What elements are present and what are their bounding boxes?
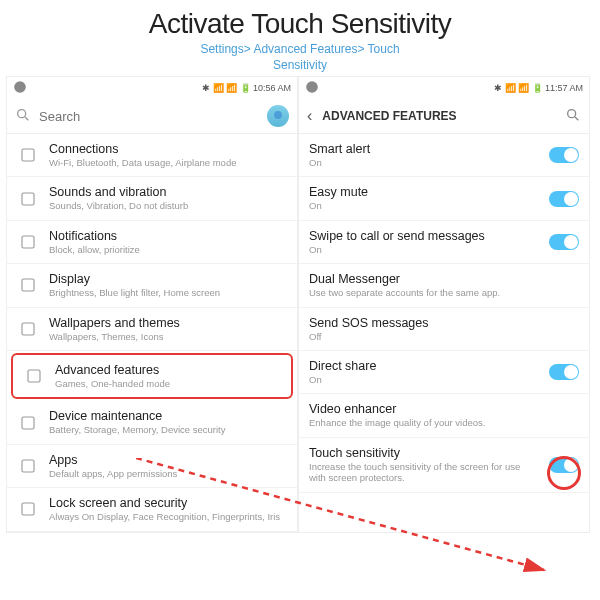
toggle-switch[interactable] <box>549 147 579 163</box>
row-title: Notifications <box>49 229 287 243</box>
profile-avatar[interactable] <box>267 105 289 127</box>
row-labels: Dual Messenger Use two separate accounts… <box>309 272 579 298</box>
row-subtitle: Wi-Fi, Bluetooth, Data usage, Airplane m… <box>49 157 287 168</box>
row-title: Smart alert <box>309 142 539 156</box>
row-labels: Easy mute On <box>309 185 539 211</box>
svg-point-12 <box>306 81 318 93</box>
toggle-switch[interactable] <box>549 364 579 380</box>
toggle-switch[interactable] <box>549 234 579 250</box>
row-icon <box>17 146 39 164</box>
settings-row-apps[interactable]: Apps Default apps, App permissions <box>7 445 297 488</box>
row-subtitle: On <box>309 157 539 168</box>
row-subtitle: Battery, Storage, Memory, Device securit… <box>49 424 287 435</box>
search-icon <box>15 107 31 125</box>
feature-row-dual-messenger[interactable]: Dual Messenger Use two separate accounts… <box>299 264 589 307</box>
svg-point-0 <box>14 81 26 93</box>
settings-row-notifications[interactable]: Notifications Block, allow, prioritize <box>7 221 297 264</box>
toggle-switch[interactable] <box>549 191 579 207</box>
row-labels: Display Brightness, Blue light filter, H… <box>49 272 287 298</box>
row-subtitle: Sounds, Vibration, Do not disturb <box>49 200 287 211</box>
row-subtitle: Games, One-handed mode <box>55 378 281 389</box>
row-subtitle: Default apps, App permissions <box>49 468 287 479</box>
svg-rect-7 <box>22 323 34 335</box>
feature-row-video-enhancer[interactable]: Video enhancer Enhance the image quality… <box>299 394 589 437</box>
settings-row-connections[interactable]: Connections Wi-Fi, Bluetooth, Data usage… <box>7 134 297 177</box>
row-subtitle: Use two separate accounts for the same a… <box>309 287 579 298</box>
settings-row-device-maintenance[interactable]: Device maintenance Battery, Storage, Mem… <box>7 401 297 444</box>
row-subtitle: Always On Display, Face Recognition, Fin… <box>49 511 287 522</box>
reddit-icon <box>305 80 319 96</box>
screen-header: ‹ ADVANCED FEATURES <box>299 99 589 134</box>
row-labels: Smart alert On <box>309 142 539 168</box>
svg-rect-4 <box>22 193 34 205</box>
row-title: Device maintenance <box>49 409 287 423</box>
row-labels: Connections Wi-Fi, Bluetooth, Data usage… <box>49 142 287 168</box>
row-subtitle: Enhance the image quality of your videos… <box>309 417 579 428</box>
settings-row-sounds-and-vibration[interactable]: Sounds and vibration Sounds, Vibration, … <box>7 177 297 220</box>
breadcrumb-1: Settings> Advanced Features> Touch <box>0 42 600 56</box>
row-title: Swipe to call or send messages <box>309 229 539 243</box>
row-labels: Video enhancer Enhance the image quality… <box>309 402 579 428</box>
row-title: Advanced features <box>55 363 281 377</box>
reddit-icon <box>13 80 27 96</box>
status-bar: ✱ 📶 📶 🔋 10:56 AM <box>7 77 297 99</box>
svg-rect-10 <box>22 460 34 472</box>
row-title: Touch sensitivity <box>309 446 539 460</box>
feature-row-swipe-to-call-or-send-messages[interactable]: Swipe to call or send messages On <box>299 221 589 264</box>
row-title: Connections <box>49 142 287 156</box>
row-icon <box>17 276 39 294</box>
svg-rect-5 <box>22 236 34 248</box>
row-title: Sounds and vibration <box>49 185 287 199</box>
row-labels: Notifications Block, allow, prioritize <box>49 229 287 255</box>
svg-rect-11 <box>22 503 34 515</box>
row-labels: Touch sensitivity Increase the touch sen… <box>309 446 539 484</box>
page-header: Activate Touch Sensitivity Settings> Adv… <box>0 0 600 76</box>
screens-container: ✱ 📶 📶 🔋 10:56 AM Connections Wi-Fi, Blue… <box>0 76 600 533</box>
settings-row-wallpapers-and-themes[interactable]: Wallpapers and themes Wallpapers, Themes… <box>7 308 297 351</box>
feature-row-easy-mute[interactable]: Easy mute On <box>299 177 589 220</box>
clock: 10:56 AM <box>253 83 291 93</box>
svg-line-14 <box>575 117 578 120</box>
row-subtitle: On <box>309 200 539 211</box>
feature-row-send-sos-messages[interactable]: Send SOS messages Off <box>299 308 589 351</box>
row-subtitle: On <box>309 374 539 385</box>
settings-row-display[interactable]: Display Brightness, Blue light filter, H… <box>7 264 297 307</box>
row-title: Display <box>49 272 287 286</box>
row-title: Wallpapers and themes <box>49 316 287 330</box>
row-icon <box>17 500 39 518</box>
toggle-switch[interactable] <box>549 457 579 473</box>
settings-row-lock-screen-and-security[interactable]: Lock screen and security Always On Displ… <box>7 488 297 531</box>
svg-rect-8 <box>28 370 40 382</box>
feature-row-smart-alert[interactable]: Smart alert On <box>299 134 589 177</box>
status-right: ✱ 📶 📶 🔋 11:57 AM <box>494 83 583 93</box>
back-icon[interactable]: ‹ <box>307 107 312 125</box>
search-input[interactable] <box>39 109 259 124</box>
feature-row-touch-sensitivity[interactable]: Touch sensitivity Increase the touch sen… <box>299 438 589 493</box>
settings-screen: ✱ 📶 📶 🔋 10:56 AM Connections Wi-Fi, Blue… <box>6 76 298 533</box>
row-title: Apps <box>49 453 287 467</box>
row-title: Video enhancer <box>309 402 579 416</box>
svg-rect-3 <box>22 149 34 161</box>
row-labels: Swipe to call or send messages On <box>309 229 539 255</box>
row-labels: Sounds and vibration Sounds, Vibration, … <box>49 185 287 211</box>
row-icon <box>17 457 39 475</box>
row-icon <box>17 190 39 208</box>
feature-row-direct-share[interactable]: Direct share On <box>299 351 589 394</box>
row-subtitle: Off <box>309 331 579 342</box>
row-icon <box>17 233 39 251</box>
row-title: Direct share <box>309 359 539 373</box>
row-subtitle: Increase the touch sensitivity of the sc… <box>309 461 539 484</box>
row-icon <box>23 367 45 385</box>
row-subtitle: Brightness, Blue light filter, Home scre… <box>49 287 287 298</box>
row-subtitle: Block, allow, prioritize <box>49 244 287 255</box>
search-icon[interactable] <box>565 107 581 125</box>
row-subtitle: On <box>309 244 539 255</box>
status-bar: ✱ 📶 📶 🔋 11:57 AM <box>299 77 589 99</box>
row-title: Send SOS messages <box>309 316 579 330</box>
settings-row-advanced-features[interactable]: Advanced features Games, One-handed mode <box>11 353 293 399</box>
svg-rect-6 <box>22 279 34 291</box>
row-labels: Lock screen and security Always On Displ… <box>49 496 287 522</box>
search-bar[interactable] <box>7 99 297 134</box>
row-labels: Advanced features Games, One-handed mode <box>55 363 281 389</box>
screen-title: ADVANCED FEATURES <box>322 109 555 123</box>
